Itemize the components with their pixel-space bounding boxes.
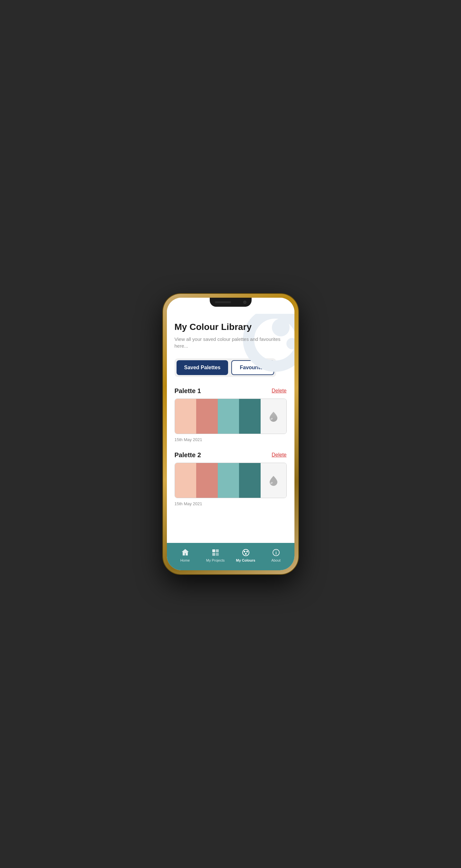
- palette-section-2: Palette 2 Delete 15th May 2021: [175, 452, 287, 506]
- tab-saved-palettes[interactable]: Saved Palettes: [177, 360, 228, 375]
- svg-rect-4: [212, 553, 215, 556]
- nav-colours-label: My Colours: [236, 558, 255, 562]
- nav-projects-label: My Projects: [206, 558, 224, 562]
- nav-home-label: Home: [180, 558, 190, 562]
- nav-item-my-projects[interactable]: My Projects: [201, 548, 230, 562]
- projects-icon: [211, 548, 220, 557]
- palette-2-date: 15th May 2021: [175, 501, 202, 506]
- nav-item-about[interactable]: About: [261, 548, 291, 562]
- speaker: [215, 301, 231, 303]
- palette-1-color-2: [196, 399, 218, 434]
- palette-1-card[interactable]: [175, 399, 287, 434]
- palette-2-color-2: [196, 463, 218, 498]
- palette-2-header: Palette 2 Delete: [175, 452, 287, 459]
- palette-1-name: Palette 1: [175, 387, 201, 395]
- bottom-nav: Home My Projects: [167, 543, 295, 570]
- page-title: My Colour Library: [175, 321, 287, 333]
- palette-1-date: 15th May 2021: [175, 437, 202, 442]
- status-bar: [167, 298, 295, 314]
- phone-frame: My Colour Library View all your saved co…: [163, 294, 298, 574]
- paint-drop-icon-2: [267, 474, 280, 487]
- svg-point-12: [276, 551, 276, 551]
- content-area: My Colour Library View all your saved co…: [167, 314, 295, 543]
- nav-item-my-colours[interactable]: My Colours: [230, 548, 261, 562]
- palette-1-action[interactable]: [260, 399, 286, 434]
- tab-favourites[interactable]: Favourites: [231, 360, 274, 375]
- notch: [210, 298, 252, 307]
- palette-2-card[interactable]: [175, 463, 287, 498]
- palette-2-delete-button[interactable]: Delete: [272, 452, 286, 458]
- svg-point-8: [246, 551, 248, 552]
- palette-2-color-1: [175, 463, 196, 498]
- home-icon: [181, 548, 190, 557]
- svg-point-9: [245, 553, 246, 555]
- colours-icon: [241, 548, 250, 557]
- paint-drop-icon-1: [267, 410, 280, 423]
- nav-about-label: About: [271, 558, 281, 562]
- palette-1-color-3: [218, 399, 239, 434]
- about-icon: [272, 548, 281, 557]
- svg-rect-5: [216, 553, 219, 556]
- svg-rect-3: [216, 549, 219, 552]
- svg-point-6: [243, 549, 249, 556]
- svg-point-7: [244, 551, 245, 552]
- palette-section-1: Palette 1 Delete: [175, 387, 287, 442]
- palette-1-color-1: [175, 399, 196, 434]
- phone-inner: My Colour Library View all your saved co…: [167, 298, 295, 570]
- palette-1-delete-button[interactable]: Delete: [272, 388, 286, 394]
- bg-circle-2: [286, 338, 295, 349]
- camera: [243, 301, 246, 304]
- nav-item-home[interactable]: Home: [170, 548, 201, 562]
- palette-2-color-4: [239, 463, 260, 498]
- page-subtitle: View all your saved colour palettes and …: [175, 336, 287, 349]
- palette-2-name: Palette 2: [175, 452, 201, 459]
- palette-1-color-4: [239, 399, 260, 434]
- tab-toggle-group: Saved Palettes Favourites: [175, 358, 276, 377]
- svg-rect-2: [212, 549, 215, 552]
- palette-2-color-3: [218, 463, 239, 498]
- palette-2-action[interactable]: [260, 463, 286, 498]
- palette-1-header: Palette 1 Delete: [175, 387, 287, 395]
